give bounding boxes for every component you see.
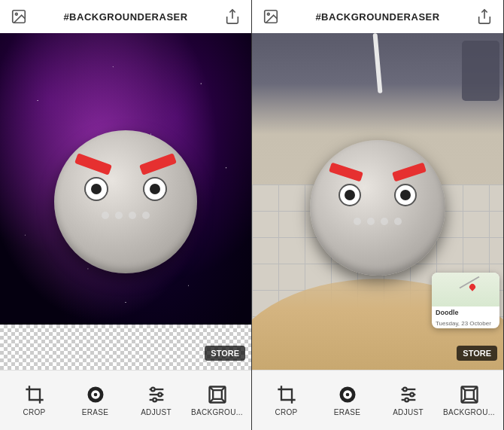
background-icon-right (459, 384, 480, 405)
adjust-icon-left (146, 384, 167, 405)
right-toolbar: CROP ERASE (252, 370, 503, 430)
eye-left-r (339, 184, 361, 206)
left-header-title: #BACKGROUNDERASER (63, 11, 187, 23)
leds-right (354, 218, 402, 225)
svg-point-23 (345, 393, 349, 397)
brow-right-l (139, 153, 177, 175)
map-date: Tuesday, 23 October (432, 319, 499, 328)
brow-right-r (392, 163, 427, 182)
erase-label-right: ERASE (334, 408, 360, 416)
svg-point-11 (153, 398, 156, 402)
left-header: #BACKGROUNDERASER (0, 0, 251, 33)
svg-point-29 (405, 398, 408, 402)
right-header: #BACKGROUNDERASER (252, 0, 503, 33)
svg-point-9 (151, 388, 155, 392)
left-canvas: STORE (0, 33, 251, 370)
adjust-label-left: ADJUST (141, 408, 172, 416)
erase-label-left: ERASE (82, 408, 108, 416)
brow-left-l (74, 153, 112, 175)
brow-left-r (329, 163, 363, 182)
speaker-left (54, 130, 197, 273)
background-icon-left (207, 384, 228, 405)
right-panel: #BACKGROUNDERASER (252, 0, 504, 430)
leds-left (102, 212, 150, 219)
svg-point-10 (158, 393, 162, 397)
left-panel: #BACKGROUNDERASER STOR (0, 0, 252, 430)
speaker-right (310, 140, 445, 276)
tool-erase-left[interactable]: ERASE (65, 384, 126, 416)
svg-rect-13 (213, 390, 222, 399)
share-icon-right[interactable] (476, 8, 493, 25)
adjust-icon-right (398, 384, 419, 405)
image-icon-left[interactable] (11, 8, 27, 25)
crop-icon-right (276, 384, 297, 405)
led-r4 (394, 218, 402, 225)
led-3 (129, 212, 136, 219)
store-button-right[interactable]: STORE (457, 346, 497, 361)
map-image (432, 273, 499, 306)
tool-crop-right[interactable]: CROP (256, 384, 317, 416)
tool-adjust-left[interactable]: ADJUST (126, 384, 187, 416)
chair (462, 41, 499, 101)
tool-crop-left[interactable]: CROP (4, 384, 65, 416)
adjust-label-right: ADJUST (393, 408, 424, 416)
svg-rect-31 (465, 390, 474, 399)
background-label-right: BACKGROU... (443, 408, 495, 416)
tool-background-left[interactable]: BACKGROU... (187, 384, 247, 416)
tool-erase-right[interactable]: ERASE (317, 384, 378, 416)
right-canvas: Doodle Tuesday, 23 October STORE (252, 33, 503, 370)
erase-icon-right (337, 384, 358, 405)
led-r1 (354, 218, 361, 225)
image-icon-right[interactable] (263, 8, 279, 25)
eye-right-l (143, 177, 167, 201)
map-card: Doodle Tuesday, 23 October (432, 273, 499, 328)
svg-point-27 (403, 388, 407, 392)
svg-point-5 (93, 393, 97, 397)
svg-point-28 (410, 393, 414, 397)
svg-point-1 (15, 13, 17, 15)
share-icon-left[interactable] (224, 8, 241, 25)
right-header-title: #BACKGROUNDERASER (315, 11, 439, 23)
store-button-left[interactable]: STORE (205, 346, 245, 361)
map-card-label: Doodle (432, 306, 499, 319)
led-r2 (367, 218, 375, 225)
left-toolbar: CROP ERASE (0, 370, 251, 430)
crop-label-left: CROP (23, 408, 45, 416)
background-label-left: BACKGROU... (191, 408, 243, 416)
erase-icon-left (85, 384, 106, 405)
led-r3 (381, 218, 388, 225)
eye-right-r (394, 184, 417, 206)
tool-adjust-right[interactable]: ADJUST (378, 384, 439, 416)
tool-background-right[interactable]: BACKGROU... (439, 384, 499, 416)
led-4 (142, 212, 150, 219)
svg-point-19 (267, 13, 269, 15)
crop-icon-left (24, 384, 45, 405)
crop-label-right: CROP (275, 408, 297, 416)
led-1 (102, 212, 109, 219)
led-2 (115, 212, 123, 219)
map-pin (468, 282, 476, 291)
eye-left-l (84, 177, 108, 201)
